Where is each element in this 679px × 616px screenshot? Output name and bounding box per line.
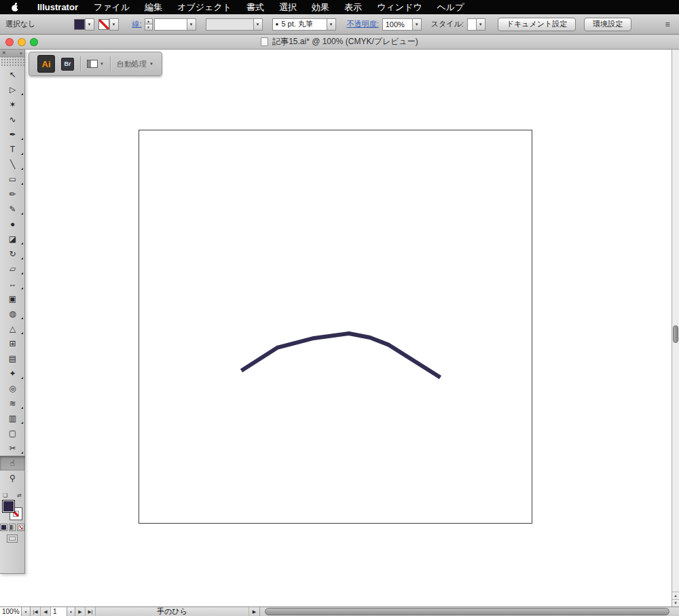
line-segment-tool[interactable]: ╲: [0, 157, 25, 172]
zoom-tool[interactable]: ⚲: [0, 471, 25, 486]
stroke-weight-field[interactable]: [154, 18, 187, 31]
slice-tool[interactable]: ✂: [0, 441, 25, 456]
opacity-field[interactable]: 100%: [382, 18, 412, 31]
fill-color-swatch[interactable]: [74, 19, 85, 30]
app-menu-illustrator[interactable]: Illustrator: [29, 2, 86, 12]
auto-process-menu[interactable]: 自動処理 ▼: [117, 59, 153, 69]
menu-select[interactable]: 選択: [272, 1, 304, 14]
artboard-number-field[interactable]: 1: [51, 607, 67, 616]
horizontal-scrollbar[interactable]: [260, 607, 679, 616]
direct-selection-tool[interactable]: ▷: [0, 82, 25, 97]
scale-tool[interactable]: ▱: [0, 261, 25, 276]
style-combo[interactable]: ▼: [467, 18, 485, 31]
panel-drag-grip[interactable]: [0, 57, 24, 67]
paintbrush-tool[interactable]: ✏: [0, 187, 25, 202]
variable-width-dropdown-icon[interactable]: ▼: [253, 18, 263, 31]
selection-tool[interactable]: ↖: [0, 67, 25, 82]
hand-tool[interactable]: ☝: [0, 456, 25, 471]
stroke-panel-link[interactable]: 線:: [132, 19, 142, 29]
default-colors-icon[interactable]: ❏: [3, 492, 7, 499]
brush-combo[interactable]: ● 5 pt. 丸筆 ▼: [272, 18, 336, 31]
type-tool[interactable]: T: [0, 142, 25, 157]
close-window-button[interactable]: [5, 38, 14, 46]
variable-width-combo[interactable]: ▼: [206, 18, 263, 31]
screen-mode-button[interactable]: [7, 535, 18, 543]
gradient-tool[interactable]: ▤: [0, 351, 25, 366]
artboard[interactable]: [139, 130, 532, 524]
fill-color-dropdown-icon[interactable]: ▼: [85, 18, 94, 31]
opacity-panel-link[interactable]: 不透明度:: [347, 19, 379, 29]
stroke-color-picker[interactable]: ▼: [98, 18, 119, 31]
opacity-dropdown-icon[interactable]: ▼: [412, 18, 422, 31]
horizontal-scrollbar-thumb[interactable]: [265, 608, 669, 615]
previous-artboard-button[interactable]: ◀: [41, 607, 51, 616]
last-artboard-button[interactable]: ▶|: [86, 607, 96, 616]
fill-swatch[interactable]: [2, 500, 15, 513]
arrange-documents-button[interactable]: ▼: [87, 60, 104, 68]
blend-tool[interactable]: ◎: [0, 381, 25, 396]
document-setup-button[interactable]: ドキュメント設定: [498, 18, 576, 31]
swap-colors-icon[interactable]: ⇄: [17, 492, 22, 499]
scroll-down-icon[interactable]: ▼: [672, 599, 679, 606]
mesh-tool[interactable]: ⊞: [0, 336, 25, 351]
pencil-tool[interactable]: ✎: [0, 202, 25, 217]
style-dropdown-icon[interactable]: ▼: [476, 18, 485, 31]
fill-color-picker[interactable]: ▼: [74, 18, 94, 31]
symbol-sprayer-tool[interactable]: ≋: [0, 396, 25, 411]
menu-type[interactable]: 書式: [239, 1, 272, 14]
pen-tool[interactable]: ✒: [0, 127, 25, 142]
gradient-mode-button[interactable]: [9, 524, 16, 531]
panel-collapse-icon[interactable]: »: [20, 51, 22, 56]
window-title-bar[interactable]: 記事15.ai* @ 100% (CMYK/プレビュー): [0, 35, 679, 50]
shape-builder-tool[interactable]: ◍: [0, 306, 25, 321]
lasso-tool[interactable]: ∿: [0, 112, 25, 127]
status-expand-icon[interactable]: ▶: [249, 607, 260, 616]
stroke-weight-combo[interactable]: ▼: [154, 18, 196, 31]
rotate-tool[interactable]: ↻: [0, 247, 25, 261]
stroke-color-dropdown-icon[interactable]: ▼: [109, 18, 119, 31]
status-zoom-field[interactable]: 100%: [0, 607, 22, 616]
panel-close-icon[interactable]: ✕: [2, 50, 6, 56]
eraser-tool[interactable]: ◪: [0, 232, 25, 247]
stroke-weight-dropdown-icon[interactable]: ▼: [187, 18, 196, 31]
menu-object[interactable]: オブジェクト: [170, 1, 239, 14]
perspective-grid-tool[interactable]: △: [0, 321, 25, 336]
menu-effect[interactable]: 効果: [304, 1, 337, 14]
eyedropper-tool[interactable]: ✦: [0, 366, 25, 381]
menu-window[interactable]: ウィンドウ: [369, 1, 430, 14]
next-artboard-button[interactable]: ▶: [75, 607, 86, 616]
magic-wand-tool[interactable]: ✶: [0, 97, 25, 112]
scroll-up-icon[interactable]: ▲: [672, 592, 679, 599]
bridge-button[interactable]: Br: [61, 58, 74, 71]
brush-field[interactable]: ● 5 pt. 丸筆: [272, 18, 327, 31]
vertical-scrollbar[interactable]: ▲ ▼: [672, 50, 679, 606]
artboard-tool[interactable]: ▢: [0, 426, 25, 441]
apple-menu-icon[interactable]: [11, 2, 20, 12]
stroke-color-swatch[interactable]: [98, 19, 109, 30]
status-zoom-dropdown-icon[interactable]: ▼: [22, 607, 31, 616]
none-mode-button[interactable]: [17, 524, 24, 531]
variable-width-field[interactable]: [206, 18, 253, 31]
zoom-window-button[interactable]: [30, 38, 38, 46]
menu-view[interactable]: 表示: [337, 1, 369, 14]
minimize-window-button[interactable]: [18, 38, 26, 46]
width-tool[interactable]: ↔: [0, 276, 25, 291]
vertical-scrollbar-thumb[interactable]: [673, 325, 678, 343]
column-graph-tool[interactable]: ▥: [0, 411, 25, 426]
color-mode-button[interactable]: [0, 524, 7, 531]
opacity-combo[interactable]: 100% ▼: [382, 18, 422, 31]
artboard-number-dropdown-icon[interactable]: ▼: [67, 607, 75, 616]
menu-file[interactable]: ファイル: [86, 1, 137, 14]
control-panel-menu-icon[interactable]: ≡: [661, 18, 674, 31]
style-field[interactable]: [467, 18, 476, 31]
menu-help[interactable]: ヘルプ: [430, 1, 472, 14]
free-transform-tool[interactable]: ▣: [0, 291, 25, 306]
preferences-button[interactable]: 環境設定: [584, 18, 631, 31]
stepper-up-icon[interactable]: ▲: [145, 18, 153, 25]
rectangle-tool[interactable]: ▭: [0, 172, 25, 187]
stepper-down-icon[interactable]: ▼: [145, 24, 153, 31]
stroke-weight-stepper[interactable]: ▲ ▼: [145, 18, 153, 31]
first-artboard-button[interactable]: |◀: [31, 607, 41, 616]
menu-edit[interactable]: 編集: [137, 1, 170, 14]
brush-dropdown-icon[interactable]: ▼: [327, 18, 336, 31]
